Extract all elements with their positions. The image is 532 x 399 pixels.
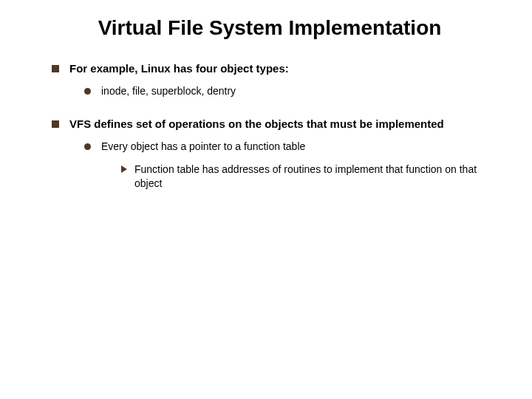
bullet-text: inode, file, superblock, dentry bbox=[101, 85, 236, 97]
bullet-level2: inode, file, superblock, dentry bbox=[84, 85, 502, 97]
bullet-text: Every object has a pointer to a function… bbox=[101, 140, 305, 152]
bullet-text: VFS defines set of operations on the obj… bbox=[69, 117, 444, 130]
circle-bullet-icon bbox=[84, 88, 91, 95]
square-bullet-icon bbox=[52, 120, 59, 128]
circle-bullet-icon bbox=[84, 143, 91, 150]
svg-marker-0 bbox=[121, 166, 127, 173]
bullet-level3: Function table has addresses of routines… bbox=[121, 163, 502, 191]
bullet-text: Function table has addresses of routines… bbox=[134, 163, 502, 191]
bullet-text: For example, Linux has four object types… bbox=[69, 62, 289, 75]
slide-title: Virtual File System Implementation bbox=[0, 0, 532, 62]
bullet-level1: For example, Linux has four object types… bbox=[52, 62, 502, 75]
bullet-level1: VFS defines set of operations on the obj… bbox=[52, 117, 502, 130]
arrow-bullet-icon bbox=[121, 164, 127, 176]
slide-content: For example, Linux has four object types… bbox=[0, 62, 532, 191]
bullet-level2: Every object has a pointer to a function… bbox=[84, 140, 502, 152]
square-bullet-icon bbox=[52, 65, 59, 72]
